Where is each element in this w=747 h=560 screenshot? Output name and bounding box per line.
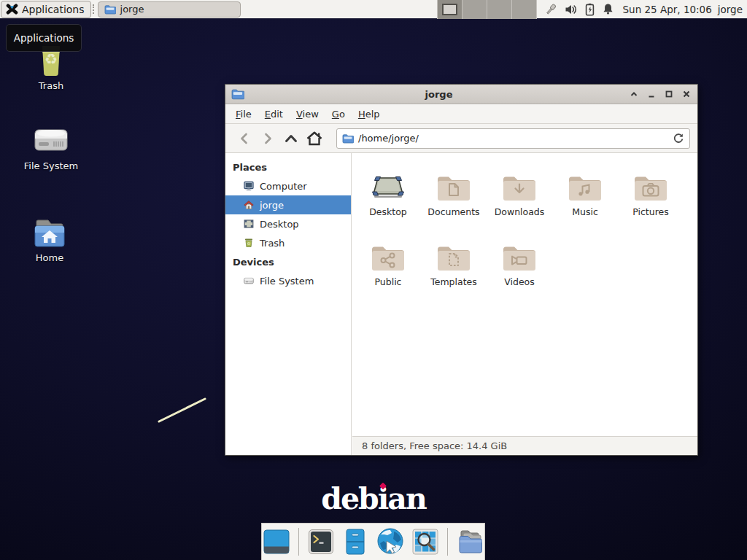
computer-icon — [243, 180, 255, 192]
menu-view[interactable]: View — [290, 106, 325, 122]
up-button[interactable] — [279, 128, 303, 149]
debian-logo: debian — [0, 481, 747, 516]
file-item-music[interactable]: Music — [552, 159, 618, 229]
file-item-label: Public — [375, 276, 402, 287]
workspace-2[interactable] — [462, 0, 487, 19]
notifications-bell-icon[interactable] — [602, 3, 614, 15]
panel-clock[interactable]: Sun 25 Apr, 10:06 — [620, 4, 718, 15]
desktop-icon — [243, 218, 255, 230]
file-item-label: Downloads — [495, 206, 545, 217]
file-item-label: Documents — [427, 206, 479, 217]
volume-icon[interactable] — [565, 4, 578, 15]
panel-handle[interactable] — [93, 4, 95, 14]
panel-username[interactable]: jorge — [718, 4, 747, 15]
desktop-icon-label: Trash — [11, 80, 91, 91]
sidebar-item-label: jorge — [260, 200, 284, 211]
sidebar-item-desktop[interactable]: Desktop — [225, 214, 351, 233]
file-manager-window: jorge File Edit View Go Help — [225, 84, 698, 456]
location-folder-icon — [342, 133, 354, 144]
sidebar-item-label: Trash — [260, 238, 285, 249]
window-content: Places Computer — [225, 153, 697, 455]
templates-folder-icon — [436, 236, 471, 273]
forward-button[interactable] — [256, 128, 279, 149]
file-item-label: Templates — [430, 276, 477, 287]
app-finder-icon — [411, 528, 439, 556]
shade-button[interactable] — [629, 89, 639, 99]
menubar: File Edit View Go Help — [225, 104, 697, 123]
file-item-public[interactable]: Public — [355, 229, 421, 299]
svg-text:♻: ♻ — [44, 50, 58, 68]
dock — [261, 523, 485, 560]
menu-edit[interactable]: Edit — [258, 106, 290, 122]
reload-icon[interactable] — [673, 133, 684, 144]
svg-text:♻: ♻ — [247, 241, 251, 246]
file-item-label: Pictures — [632, 206, 669, 217]
file-item-pictures[interactable]: Pictures — [618, 159, 684, 229]
sidebar-header-places: Places — [225, 158, 351, 176]
home-button[interactable] — [303, 128, 326, 149]
status-text: 8 folders, Free space: 14.4 GiB — [362, 440, 507, 451]
workspace-4[interactable] — [512, 0, 537, 19]
applications-menu-button[interactable]: Applications — [1, 1, 91, 18]
sidebar-item-computer[interactable]: Computer — [225, 176, 351, 195]
terminal-launcher[interactable] — [306, 527, 336, 556]
folder-launcher[interactable] — [455, 527, 484, 556]
back-button[interactable] — [233, 128, 256, 149]
menu-file[interactable]: File — [229, 106, 258, 122]
toolbar: /home/jorge/ — [225, 124, 697, 153]
menu-help[interactable]: Help — [352, 106, 387, 122]
public-folder-icon — [371, 236, 406, 273]
debian-logo-text: deb — [321, 481, 377, 516]
taskbar-window-button[interactable]: jorge — [98, 1, 241, 18]
sidebar-item-jorge[interactable]: jorge — [225, 195, 351, 214]
downloads-folder-icon — [502, 166, 537, 203]
window-title: jorge — [249, 89, 629, 100]
file-item-desktop[interactable]: Desktop — [355, 159, 421, 229]
file-item-label: Videos — [504, 276, 535, 287]
cursor-trail-artifact — [153, 394, 215, 430]
minimize-button[interactable] — [646, 89, 657, 99]
home-folder-icon — [9, 216, 90, 249]
debian-logo-i: i — [378, 481, 388, 516]
sidebar-item-file-system[interactable]: File System — [225, 271, 351, 290]
file-view[interactable]: Desktop Documents — [352, 153, 697, 436]
file-item-label: Desktop — [369, 206, 407, 217]
file-item-templates[interactable]: Templates — [421, 229, 487, 299]
file-cabinet-icon — [341, 528, 369, 556]
file-item-documents[interactable]: Documents — [421, 159, 487, 229]
sidebar-item-label: Computer — [260, 181, 307, 192]
desktop-icon-file-system[interactable]: File System — [11, 122, 91, 171]
close-button[interactable] — [681, 89, 692, 99]
file-grid: Desktop Documents — [352, 153, 697, 299]
maximize-button[interactable] — [664, 89, 674, 99]
location-bar[interactable]: /home/jorge/ — [336, 128, 690, 149]
web-browser-launcher[interactable] — [376, 527, 405, 556]
battery-icon[interactable] — [584, 3, 595, 16]
location-path[interactable]: /home/jorge/ — [358, 133, 668, 144]
taskbar-window-label: jorge — [120, 4, 144, 15]
workspace-1[interactable] — [438, 0, 462, 19]
app-finder-launcher[interactable] — [411, 527, 440, 556]
system-tray — [537, 3, 620, 16]
file-item-videos[interactable]: Videos — [487, 229, 552, 299]
sidebar-item-label: File System — [260, 276, 314, 287]
desktop-icon-home[interactable]: Home — [9, 216, 90, 263]
file-manager-launcher[interactable] — [341, 527, 371, 556]
file-item-downloads[interactable]: Downloads — [487, 159, 552, 229]
web-browser-globe-icon — [376, 527, 405, 556]
places-sidebar: Places Computer — [225, 153, 352, 455]
desktop-icon-label: File System — [11, 160, 91, 171]
music-folder-icon — [568, 166, 603, 203]
menu-go[interactable]: Go — [325, 106, 352, 122]
tool-icon[interactable] — [544, 3, 558, 16]
debian-logo-text: an — [387, 481, 425, 516]
sidebar-header-devices: Devices — [225, 252, 351, 271]
show-desktop-button[interactable] — [262, 527, 291, 556]
folder-icon — [104, 4, 116, 15]
desktop-icon-label: Home — [9, 252, 90, 263]
workspace-3[interactable] — [487, 0, 512, 19]
trash-icon: ♻ — [243, 237, 255, 249]
dock-separator — [298, 528, 299, 556]
sidebar-item-trash[interactable]: ♻ Trash — [225, 233, 351, 252]
titlebar[interactable]: jorge — [225, 85, 697, 104]
